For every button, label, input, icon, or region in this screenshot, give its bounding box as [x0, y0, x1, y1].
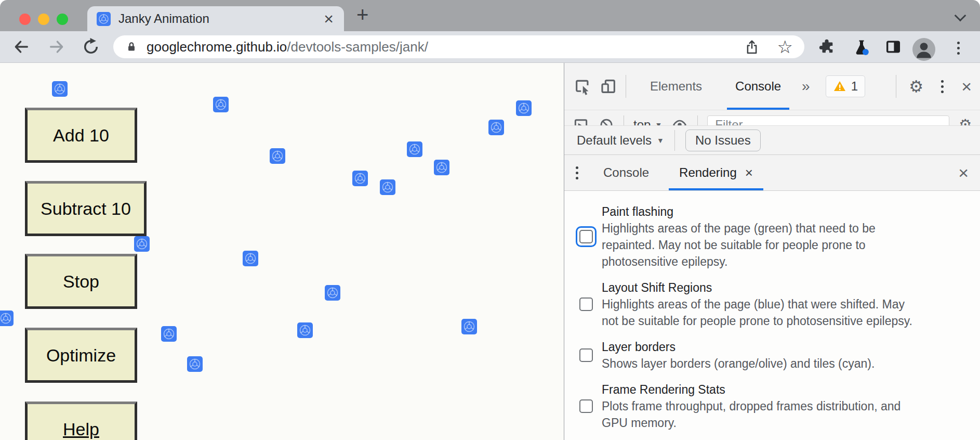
page-content: Add 10 Subtract 10 Stop Optimize Help: [0, 63, 564, 440]
devtools-menu-icon[interactable]: [941, 80, 944, 93]
drawer-more-tools-icon[interactable]: [576, 166, 578, 179]
window-close-button[interactable]: [19, 14, 31, 25]
drawer-tab-bar: Console Rendering × ×: [564, 154, 980, 191]
layout-shift-regions-checkbox[interactable]: [579, 297, 593, 311]
console-toolbar-clipped: top▼ Filter ⚙: [564, 110, 980, 125]
console-sidebar-icon[interactable]: [573, 117, 589, 125]
option-title: Layer borders: [602, 339, 875, 355]
log-levels-dropdown[interactable]: Default levels ▼: [577, 133, 664, 148]
option-description: Shows layer borders (orange/olive) and t…: [602, 355, 875, 372]
chrome-logo-sprite: [352, 171, 368, 186]
stop-button[interactable]: Stop: [25, 254, 137, 309]
frame-rendering-stats-checkbox[interactable]: [579, 399, 593, 413]
browser-toolbar: googlechrome.github.io/devtools-samples/…: [0, 31, 980, 63]
no-issues-button[interactable]: No Issues: [685, 130, 761, 151]
subtract-10-button[interactable]: Subtract 10: [25, 181, 147, 236]
chrome-logo-sprite: [461, 319, 477, 334]
devtools-tab-bar: Elements Console » 1 ⚙ ×: [564, 63, 980, 110]
device-toolbar-icon[interactable]: [600, 77, 617, 95]
chrome-logo-sprite: [243, 251, 258, 266]
console-settings-icon[interactable]: ⚙: [959, 118, 972, 125]
checkbox-wrap: [576, 294, 597, 315]
extensions-puzzle-icon[interactable]: [818, 38, 836, 56]
chrome-logo-sprite: [0, 310, 14, 326]
chrome-logo-sprite: [52, 81, 68, 97]
browser-tab[interactable]: Janky Animation ×: [87, 6, 344, 31]
share-icon[interactable]: [744, 39, 760, 55]
warning-triangle-icon: [833, 80, 846, 93]
profile-avatar[interactable]: [912, 38, 935, 61]
toolbar-divider: [626, 75, 626, 98]
dropdown-caret-icon: ▼: [657, 136, 664, 145]
help-button[interactable]: Help: [25, 402, 137, 440]
tab-elements[interactable]: Elements: [638, 63, 714, 110]
chrome-logo-sprite: [187, 356, 203, 372]
chrome-logo-sprite: [380, 179, 395, 195]
paint-flashing-checkbox[interactable]: [579, 230, 593, 243]
new-tab-button[interactable]: +: [356, 3, 368, 27]
lock-icon: [125, 40, 138, 54]
chrome-logo-sprite: [213, 97, 229, 112]
forward-button[interactable]: [48, 38, 65, 56]
lab-flask-extension-icon[interactable]: [852, 38, 871, 57]
url-text[interactable]: googlechrome.github.io/devtools-samples/…: [147, 39, 428, 55]
window-minimize-button[interactable]: [38, 14, 49, 25]
option-title: Layout Shift Regions: [602, 279, 912, 296]
rendering-option-layer-borders: Layer borders Shows layer borders (orang…: [576, 339, 966, 372]
console-filter-bar: Default levels ▼ No Issues: [564, 125, 980, 154]
toolbar-divider: [697, 115, 698, 125]
url-domain: googlechrome.github.io: [147, 39, 287, 55]
optimize-button[interactable]: Optimize: [25, 328, 137, 383]
checkbox-wrap: [576, 345, 597, 366]
javascript-context-dropdown[interactable]: top▼: [633, 118, 662, 125]
chrome-logo-sprite: [161, 326, 177, 342]
clear-console-icon[interactable]: [599, 117, 614, 125]
reload-button[interactable]: [82, 38, 100, 56]
warning-count-badge[interactable]: 1: [826, 75, 865, 97]
chrome-logo-sprite: [325, 285, 340, 301]
toolbar-divider: [896, 75, 896, 98]
chrome-logo-sprite: [297, 322, 313, 338]
drawer-tab-console[interactable]: Console: [592, 155, 660, 190]
drawer-close-icon[interactable]: ×: [958, 163, 969, 183]
more-tabs-icon[interactable]: »: [802, 78, 810, 95]
address-bar[interactable]: googlechrome.github.io/devtools-samples/…: [113, 35, 804, 58]
devtools-close-icon[interactable]: ×: [961, 77, 972, 95]
chrome-logo-sprite: [434, 160, 449, 175]
option-description: Highlights areas of the page (blue) that…: [602, 296, 912, 329]
chrome-logo-sprite: [516, 100, 532, 116]
chrome-logo-sprite: [134, 236, 150, 252]
add-10-button[interactable]: Add 10: [25, 108, 137, 163]
toolbar-divider: [624, 115, 624, 125]
rendering-option-frame-rendering-stats: Frame Rendering Stats Plots frame throug…: [576, 381, 966, 431]
browser-menu-icon[interactable]: [957, 42, 960, 55]
rendering-tab-close-icon[interactable]: ×: [745, 165, 753, 181]
option-title: Paint flashing: [602, 203, 876, 220]
toolbar-divider: [674, 130, 675, 151]
devtools-settings-icon[interactable]: ⚙: [909, 79, 923, 95]
tab-close-icon[interactable]: ×: [324, 10, 334, 27]
tab-strip: Janky Animation × +: [0, 0, 980, 31]
url-path: /devtools-samples/jank/: [287, 39, 428, 55]
layer-borders-checkbox[interactable]: [579, 348, 593, 362]
devtools-panel: Elements Console » 1 ⚙ × top▼: [564, 63, 980, 440]
chrome-logo-sprite: [270, 148, 285, 164]
tab-favicon-icon: [97, 12, 111, 26]
checkbox-wrap: [576, 396, 597, 417]
rendering-option-paint-flashing: Paint flashing Highlights areas of the p…: [576, 203, 966, 270]
side-panel-icon[interactable]: [884, 38, 902, 56]
drawer-tab-rendering[interactable]: Rendering ×: [668, 155, 764, 190]
chrome-logo-sprite: [407, 141, 422, 157]
tab-console[interactable]: Console: [723, 63, 793, 110]
live-expression-eye-icon[interactable]: [671, 117, 688, 125]
bookmark-star-icon[interactable]: ☆: [777, 38, 793, 56]
rendering-panel: Paint flashing Highlights areas of the p…: [564, 191, 980, 440]
browser-window: Janky Animation × + googlechrome.github.…: [0, 0, 980, 440]
rendering-option-layout-shift-regions: Layout Shift Regions Highlights areas of…: [576, 279, 966, 329]
option-description: Plots frame throughput, dropped frames d…: [602, 398, 900, 431]
inspect-element-icon[interactable]: [574, 77, 591, 95]
window-zoom-button[interactable]: [57, 14, 68, 25]
back-button[interactable]: [12, 38, 30, 56]
console-filter-input[interactable]: Filter: [707, 115, 949, 125]
tab-search-chevron-icon[interactable]: [955, 10, 966, 22]
